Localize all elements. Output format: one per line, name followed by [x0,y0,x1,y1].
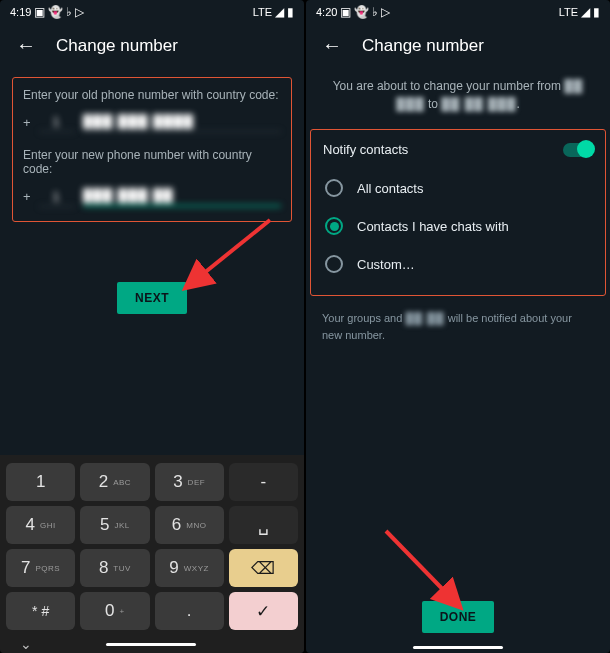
plus-prefix: + [23,189,31,204]
plus-prefix: + [23,115,31,130]
key-space[interactable]: ␣ [229,506,298,544]
back-arrow-icon[interactable]: ← [322,34,342,57]
notify-contacts-label: Notify contacts [323,142,408,157]
key-9[interactable]: 9WXYZ [155,549,224,587]
svg-line-3 [386,531,458,605]
key-dash[interactable]: - [229,463,298,501]
radio-icon [325,179,343,197]
page-title: Change number [362,36,484,56]
key-1[interactable]: 1 [6,463,75,501]
status-time: 4:19 [10,6,31,18]
snapchat-icon: 👻 [48,5,63,19]
network-label: LTE [559,6,578,18]
back-arrow-icon[interactable]: ← [16,34,36,57]
battery-icon: ▮ [287,5,294,19]
key-enter[interactable]: ✓ [229,592,298,630]
key-star-hash[interactable]: * # [6,592,75,630]
status-bar: 4:20 ▣ 👻 ♭ ▷ LTE ◢ ▮ [306,0,610,24]
ps-icon: ♭ [66,5,72,19]
notify-toggle[interactable] [563,143,593,157]
snapchat-icon: 👻 [354,5,369,19]
key-4[interactable]: 4GHI [6,506,75,544]
new-number-label: Enter your new phone number with country… [23,148,281,176]
done-button[interactable]: DONE [422,601,495,633]
notification-icon: ▣ [34,5,45,19]
key-7[interactable]: 7PQRS [6,549,75,587]
key-0[interactable]: 0+ [80,592,149,630]
play-icon: ▷ [75,5,84,19]
radio-all-contacts[interactable]: All contacts [323,169,593,207]
network-label: LTE [253,6,272,18]
key-dot[interactable]: . [155,592,224,630]
groups-notify-text: Your groups and ██ ██ will be notified a… [322,310,594,343]
status-time: 4:20 [316,6,337,18]
svg-line-1 [188,220,270,286]
radio-icon [325,255,343,273]
notification-icon: ▣ [340,5,351,19]
old-country-code-input[interactable] [39,112,75,132]
ps-icon: ♭ [372,5,378,19]
radio-custom[interactable]: Custom… [323,245,593,283]
new-number-input[interactable] [83,186,281,207]
header: ← Change number [306,24,610,67]
key-6[interactable]: 6MNO [155,506,224,544]
phone-entry-section: Enter your old phone number with country… [12,77,292,222]
key-5[interactable]: 5JKL [80,506,149,544]
key-3[interactable]: 3DEF [155,463,224,501]
battery-icon: ▮ [593,5,600,19]
page-title: Change number [56,36,178,56]
radio-icon [325,217,343,235]
about-to-change-text: You are about to change your number from… [324,77,592,113]
key-8[interactable]: 8TUV [80,549,149,587]
old-number-label: Enter your old phone number with country… [23,88,281,102]
radio-contacts-chats[interactable]: Contacts I have chats with [323,207,593,245]
signal-icon: ◢ [275,5,284,19]
play-icon: ▷ [381,5,390,19]
chevron-down-icon[interactable]: ⌄ [20,636,32,652]
signal-icon: ◢ [581,5,590,19]
new-country-code-input[interactable] [39,187,75,207]
key-2[interactable]: 2ABC [80,463,149,501]
old-number-input[interactable] [83,112,281,132]
status-bar: 4:19 ▣ 👻 ♭ ▷ LTE ◢ ▮ [0,0,304,24]
notify-contacts-section: Notify contacts All contacts Contacts I … [310,129,606,296]
numeric-keypad: 1 2ABC 3DEF - 4GHI 5JKL 6MNO ␣ 7PQRS 8TU… [0,455,304,653]
key-backspace[interactable]: ⌫ [229,549,298,587]
nav-handle[interactable] [106,643,196,646]
next-button[interactable]: NEXT [117,282,187,314]
header: ← Change number [0,24,304,67]
nav-handle[interactable] [413,646,503,649]
